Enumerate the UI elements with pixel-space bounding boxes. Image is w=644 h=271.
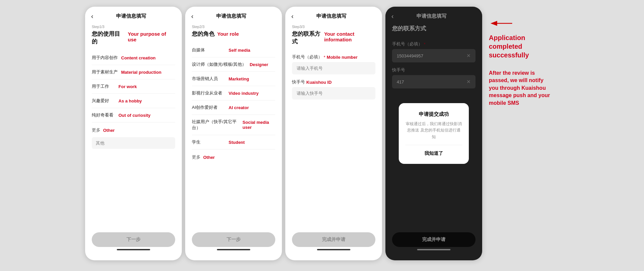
role-cn-2-5: 社媒用户（快手/其它平台） [192,119,239,131]
kuaishou-label-row-3: 快手号 Kuaishou ID [292,79,375,85]
screen4: ‹ 申请信息填写 您的联系方式 手机号（必填） * 15034494957 ✕ … [385,7,482,260]
more-cn-1: 更多 [92,127,100,133]
submit-btn-3[interactable]: 完成并申请 [292,232,375,247]
section-cn-1: 您的使用目的 [92,30,125,45]
annotation-arrow-1 [489,17,516,30]
option-cn-1-4: 纯好奇看看 [92,112,115,118]
bottom-btn-area-1: 下一步 [85,227,182,260]
mobile-required-3: * [324,55,325,60]
role-cn-2-1: 设计师（如微光/模板/其他） [192,61,246,67]
option-cn-1-1: 用于素材生产 [92,69,118,75]
screen1-topbar: ‹ 申请信息填写 [85,7,182,22]
next-btn-1[interactable]: 下一步 [92,232,175,247]
section-en-1: Your purpose of use [128,31,175,42]
home-indicator-3 [317,249,350,250]
annotation-title: Application completed successfully [489,33,529,59]
role-cn-2-4: AI创作爱好者 [192,104,225,110]
bottom-btn-area-2: 下一步 [185,227,282,260]
section-title-row-1: 您的使用目的 Your purpose of use [92,30,175,45]
screen2-title: 申请信息填写 [196,13,267,19]
role-cn-2-3: 影视行业从业者 [192,90,225,96]
section-title-row-2: 您的角色 Your role [192,30,275,38]
option-row-1-3[interactable]: 兴趣爱好 As a hobby [92,94,175,108]
annotation-desc: After the review is passed, we will noti… [489,69,550,107]
section-en-2: Your role [217,31,239,37]
role-cn-2-2: 市场营销人员 [192,76,225,82]
option-row-1-0[interactable]: 用于内容创作 Content creation [92,51,175,65]
back-arrow-2[interactable]: ‹ [191,13,194,19]
screen1-content: Step1/3 您的使用目的 Your purpose of use 用于内容创… [85,22,182,227]
option-en-1-1: Material production [121,70,162,75]
role-en-2-5: Social media user [243,120,275,130]
bottom-btn-area-3: 完成并申请 [285,227,382,260]
more-row-1[interactable]: 更多 Other [92,122,175,136]
screen2-content: Step2/3 您的角色 Your role 自媒体 Self media 设计… [185,22,282,227]
role-en-2-0: Self media [229,48,250,53]
option-en-1-2: For work [118,84,137,89]
annotation-area: Application completed successfully After… [486,7,559,117]
role-en-2-2: Marketing [229,76,249,81]
step-label-2: Step2/3 [192,25,275,29]
role-en-2-4: AI creator [229,105,249,110]
annotation-desc-block: After the review is passed, we will noti… [489,69,550,107]
screen3: ‹ 申请信息填写 Step3/3 您的联系方式 Your contact inf… [285,7,382,260]
role-cn-2-6: 学生 [192,139,225,145]
more-en-1: Other [103,128,115,133]
option-row-2-0[interactable]: 自媒体 Self media [192,43,275,57]
option-row-1-1[interactable]: 用于素材生产 Material production [92,65,175,79]
option-cn-1-2: 用于工作 [92,83,115,89]
modal-box: 申请提交成功 审核通过后，我们将通过快影消息推送 及您的手机短信进行通知 我知道… [399,103,469,164]
step-label-3: Step3/3 [292,25,375,29]
option-row-2-4[interactable]: AI创作爱好者 AI creator [192,100,275,115]
option-row-2-1[interactable]: 设计师（如微光/模板/其他） Designer [192,57,275,72]
more-en-2: Other [203,155,215,160]
option-en-1-0: Content creation [121,55,155,60]
option-row-2-6[interactable]: 学生 Student [192,135,275,150]
more-cn-2: 更多 [192,154,201,160]
mobile-label-en-3: Mobile number [327,55,357,60]
mobile-label-row-3: 手机号（必填） * Mobile number [292,54,375,60]
modal-desc: 审核通过后，我们将通过快影消息推送 及您的手机短信进行通知 [405,121,462,140]
screen3-title: 申请信息填写 [296,13,367,19]
option-en-1-4: Out of curiosity [118,113,150,118]
screen2-topbar: ‹ 申请信息填写 [185,7,282,22]
modal-confirm-btn[interactable]: 我知道了 [405,149,462,159]
annotation-title-block: Application completed successfully [489,17,529,59]
option-row-1-4[interactable]: 纯好奇看看 Out of curiosity [92,108,175,122]
section-cn-3: 您的联系方式 [292,30,321,45]
role-en-2-6: Student [229,140,245,145]
other-input-1[interactable] [92,137,175,149]
kuaishou-label-cn-3: 快手号 [292,79,305,85]
screen1-title: 申请信息填写 [96,13,167,19]
home-indicator-1 [117,249,150,250]
more-row-2[interactable]: 更多 Other [192,150,275,163]
modal-title: 申请提交成功 [419,111,449,117]
screen3-topbar: ‹ 申请信息填写 [285,7,382,22]
modal-overlay: 申请提交成功 审核通过后，我们将通过快影消息推送 及您的手机短信进行通知 我知道… [385,7,482,260]
back-arrow-1[interactable]: ‹ [91,13,93,19]
section-cn-2: 您的角色 [192,30,215,38]
kuaishou-label-en-3: Kuaishou ID [306,80,332,85]
modal-divider [405,145,462,145]
next-btn-2[interactable]: 下一步 [192,232,275,247]
mobile-input-3[interactable] [292,62,375,74]
option-row-2-2[interactable]: 市场营销人员 Marketing [192,72,275,86]
section-title-row-3: 您的联系方式 Your contact information [292,30,375,45]
screen3-content: Step3/3 您的联系方式 Your contact information … [285,22,382,227]
role-en-2-1: Designer [250,62,268,67]
home-indicator-2 [217,249,250,250]
option-cn-1-3: 兴趣爱好 [92,98,115,104]
screen2: ‹ 申请信息填写 Step2/3 您的角色 Your role 自媒体 Self… [185,7,282,260]
option-row-2-3[interactable]: 影视行业从业者 Video industry [192,86,275,100]
option-row-1-2[interactable]: 用于工作 For work [92,79,175,94]
option-en-1-3: As a hobby [118,98,142,103]
section-en-3: Your contact information [324,31,375,42]
role-cn-2-0: 自媒体 [192,47,225,53]
option-cn-1-0: 用于内容创作 [92,55,118,61]
screen1: ‹ 申请信息填写 Step1/3 您的使用目的 Your purpose of … [85,7,182,260]
role-en-2-3: Video industry [229,91,259,96]
mobile-label-cn-3: 手机号（必填） [292,54,322,60]
kuaishou-input-3[interactable] [292,87,375,99]
option-row-2-5[interactable]: 社媒用户（快手/其它平台） Social media user [192,115,275,135]
back-arrow-3[interactable]: ‹ [291,13,294,19]
